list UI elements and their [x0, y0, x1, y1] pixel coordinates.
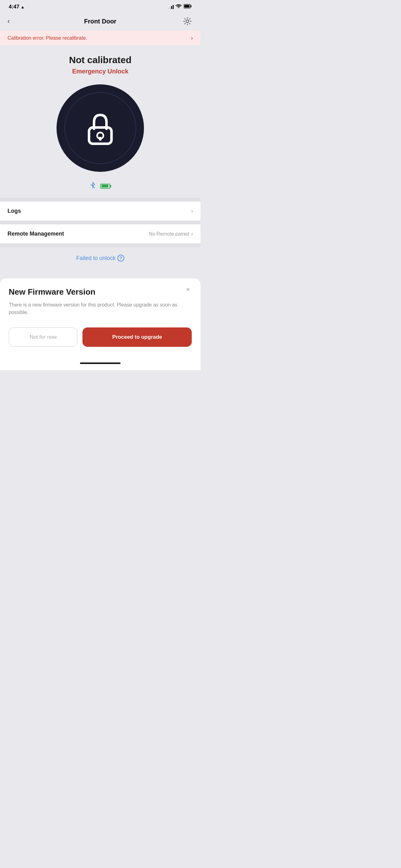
calibration-error-banner[interactable]: Calibration error. Please recalibrate. ›	[0, 31, 201, 45]
svg-rect-4	[89, 127, 111, 144]
logs-section[interactable]: Logs ›	[0, 202, 201, 221]
firmware-modal-description: There is a new firmware version for this…	[9, 301, 192, 316]
status-bar: 4:47 ▲	[0, 0, 201, 12]
home-bar	[80, 363, 121, 364]
spacer	[0, 269, 201, 278]
svg-point-3	[186, 20, 189, 23]
signal-bars	[168, 5, 174, 9]
proceed-to-upgrade-button[interactable]: Proceed to upgrade	[82, 328, 192, 347]
logs-arrow: ›	[191, 208, 193, 214]
lock-circle-inner	[64, 92, 136, 164]
error-banner-text: Calibration error. Please recalibrate.	[7, 35, 87, 41]
firmware-modal: × New Firmware Version There is a new fi…	[0, 278, 201, 359]
logs-title: Logs	[7, 208, 21, 214]
svg-rect-2	[184, 5, 190, 7]
battery-status-icon	[183, 4, 192, 10]
battery-fill	[101, 185, 108, 187]
signal-bar-3	[171, 6, 172, 9]
section-divider-1	[0, 198, 201, 202]
status-icons-group	[168, 4, 192, 10]
not-for-now-button[interactable]: Not for now	[9, 328, 77, 347]
section-divider-2	[0, 221, 201, 224]
wifi-icon	[175, 4, 182, 10]
modal-close-button[interactable]: ×	[183, 285, 193, 294]
firmware-modal-title: New Firmware Version	[9, 287, 192, 297]
failed-unlock-text: Failed to unlock	[76, 255, 115, 261]
error-banner-arrow: ›	[191, 34, 193, 41]
failed-unlock-help-icon[interactable]: ?	[118, 255, 124, 261]
bluetooth-icon	[90, 182, 95, 190]
remote-management-title: Remote Management	[7, 230, 64, 237]
back-button[interactable]: ‹	[7, 17, 19, 25]
remote-management-section[interactable]: Remote Management No Remote paired ›	[0, 224, 201, 243]
remote-arrow: ›	[191, 230, 193, 237]
lock-icon	[78, 106, 122, 150]
device-battery-icon	[100, 184, 110, 189]
nav-header: ‹ Front Door	[0, 12, 201, 31]
emergency-unlock-label[interactable]: Emergency Unlock	[72, 68, 128, 75]
lock-button[interactable]	[57, 84, 144, 172]
time-label: 4:47	[9, 4, 20, 10]
svg-rect-1	[191, 5, 192, 7]
failed-unlock-row[interactable]: Failed to unlock ?	[0, 247, 201, 269]
page-title: Front Door	[84, 18, 116, 25]
signal-bar-4	[173, 5, 174, 9]
section-divider-3	[0, 243, 201, 247]
firmware-modal-buttons: Not for now Proceed to upgrade	[9, 328, 192, 347]
device-status-icons	[90, 182, 110, 190]
lock-status-title: Not calibrated	[69, 55, 132, 65]
settings-button[interactable]	[182, 16, 193, 27]
signal-bar-2	[170, 7, 170, 9]
remote-status-text: No Remote paired	[149, 231, 189, 237]
status-time: 4:47 ▲	[9, 4, 25, 10]
location-icon: ▲	[21, 5, 25, 9]
svg-rect-6	[99, 137, 101, 141]
remote-status-group: No Remote paired ›	[149, 230, 193, 237]
signal-bar-1	[168, 8, 169, 9]
home-indicator-bar	[0, 359, 201, 370]
lock-card: Not calibrated Emergency Unlock	[0, 45, 201, 198]
